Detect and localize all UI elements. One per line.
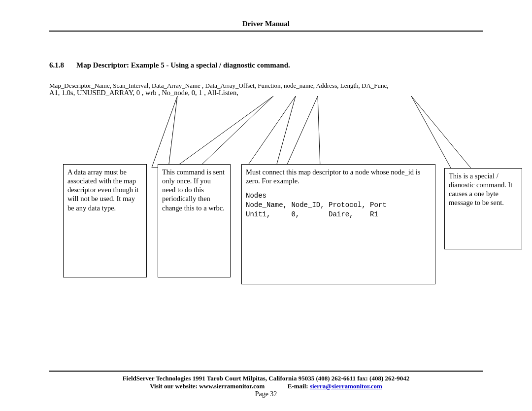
footer-email-link[interactable]: sierra@sierramonitor.com <box>310 382 382 390</box>
nodes-code-block: Nodes Node_Name, Node_ID, Protocol, Port… <box>246 191 431 219</box>
header-rule <box>49 31 483 32</box>
callout-this-command: This command is sent only once. If you n… <box>158 164 231 277</box>
callout-must-connect-text: Must connect this map descriptor to a no… <box>246 168 431 185</box>
page-title: Driver Manual <box>0 20 532 28</box>
footer-rule <box>49 371 483 372</box>
footer-website: Visit our website: www.sierramonitor.com <box>150 382 265 390</box>
table-value-row: A1, 1.0s, UNUSED_ARRAY, 0 , wrb , No_nod… <box>49 89 238 97</box>
callout-data-array: A data array must be associated with the… <box>63 164 147 277</box>
section-number: 6.1.8 <box>49 61 64 69</box>
footer-contact: Visit our website: www.sierramonitor.com… <box>0 382 532 390</box>
svg-marker-4 <box>411 96 473 171</box>
footer-email-label: E-mail: <box>288 382 310 390</box>
callout-must-connect: Must connect this map descriptor to a no… <box>241 164 435 284</box>
svg-marker-1 <box>175 96 273 168</box>
section-heading: Map Descriptor: Example 5 - Using a spec… <box>76 61 290 69</box>
page-number: Page 32 <box>0 390 532 398</box>
svg-marker-0 <box>152 96 177 168</box>
callout-special-command: This is a special / dianostic command. I… <box>444 168 522 249</box>
svg-marker-3 <box>286 96 320 168</box>
svg-marker-2 <box>246 96 296 168</box>
footer-address: FieldServer Technologies 1991 Tarob Cour… <box>0 375 532 382</box>
